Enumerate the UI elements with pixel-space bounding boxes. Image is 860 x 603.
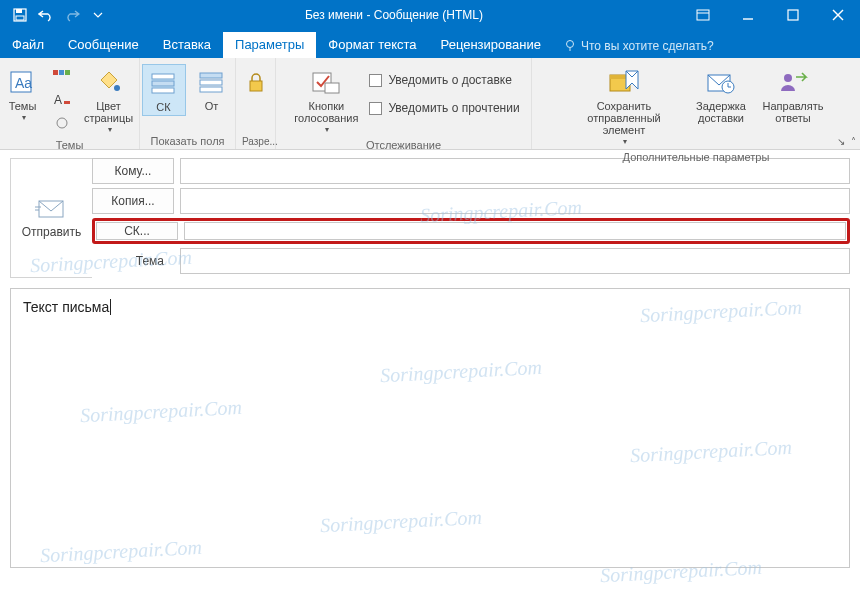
send-icon	[35, 197, 69, 219]
group-tracking-label: Отслеживание	[282, 137, 525, 153]
title-bar: Без имени - Сообщение (HTML)	[0, 0, 860, 30]
save-icon[interactable]	[10, 5, 30, 25]
direct-replies-button[interactable]: Направлять ответы	[758, 64, 828, 126]
minimize-icon[interactable]	[725, 0, 770, 30]
direct-replies-label: Направлять ответы	[760, 100, 826, 124]
window-title: Без имени - Сообщение (HTML)	[108, 8, 680, 22]
checkbox-icon	[369, 102, 382, 115]
bcc-toggle-button[interactable]: СК	[142, 64, 186, 116]
subject-row: Тема	[92, 248, 850, 274]
tab-options[interactable]: Параметры	[223, 32, 316, 58]
svg-rect-6	[788, 10, 798, 20]
checkbox-icon	[369, 74, 382, 87]
save-sent-label: Сохранить отправленный элемент	[566, 100, 682, 136]
from-toggle-label: От	[205, 100, 219, 112]
body-text: Текст письма	[23, 299, 111, 315]
subject-input[interactable]	[180, 248, 850, 274]
tab-review[interactable]: Рецензирование	[429, 32, 553, 58]
themes-label: Темы	[9, 100, 37, 112]
close-icon[interactable]	[815, 0, 860, 30]
delivery-receipt-checkbox[interactable]: Уведомить о доставке	[369, 70, 519, 90]
direct-replies-icon	[777, 66, 809, 98]
group-permissions: Разре...	[236, 58, 276, 149]
svg-rect-17	[64, 101, 70, 104]
svg-rect-2	[16, 16, 24, 20]
dialog-launcher-icon[interactable]: ↘	[837, 136, 845, 147]
group-permissions-label: Разре...	[242, 134, 269, 149]
tab-file[interactable]: Файл	[0, 32, 56, 58]
page-color-icon	[93, 66, 125, 98]
ribbon-display-icon[interactable]	[680, 0, 725, 30]
themes-button[interactable]: Aa Темы▾	[1, 64, 45, 125]
page-color-button[interactable]: Цвет страницы▾	[79, 64, 139, 137]
svg-rect-13	[53, 70, 58, 75]
ribbon-tabs: Файл Сообщение Вставка Параметры Формат …	[0, 30, 860, 58]
bcc-highlight: СК...	[92, 218, 850, 244]
theme-effects-icon[interactable]	[49, 112, 75, 134]
delay-delivery-icon	[705, 66, 737, 98]
group-show-fields: СК От Показать поля	[140, 58, 236, 149]
permissions-button[interactable]	[241, 64, 271, 100]
svg-rect-14	[59, 70, 64, 75]
from-toggle-icon	[196, 66, 228, 98]
tab-message[interactable]: Сообщение	[56, 32, 151, 58]
theme-colors-icon[interactable]	[49, 64, 75, 86]
subject-label: Тема	[92, 248, 174, 274]
bcc-button[interactable]: СК...	[96, 222, 178, 240]
svg-rect-15	[65, 70, 70, 75]
qat-dropdown-icon[interactable]	[88, 5, 108, 25]
ribbon: Aa Темы▾ A Цвет страницы▾ Темы	[0, 58, 860, 150]
page-color-label: Цвет страницы	[81, 100, 137, 124]
group-more-options-label: Дополнительные параметры	[538, 149, 854, 165]
tell-me-search[interactable]: Что вы хотите сделать?	[553, 34, 724, 58]
svg-rect-21	[152, 81, 174, 86]
lock-icon	[240, 66, 272, 98]
svg-point-19	[114, 85, 120, 91]
voting-label: Кнопки голосования	[289, 100, 363, 124]
save-sent-item-button[interactable]: Сохранить отправленный элемент▾	[564, 64, 684, 149]
from-toggle-button[interactable]: От	[190, 64, 234, 114]
tab-insert[interactable]: Вставка	[151, 32, 223, 58]
svg-point-35	[784, 74, 792, 82]
bcc-input[interactable]	[184, 222, 846, 240]
send-button[interactable]: Отправить	[10, 158, 92, 278]
voting-icon	[310, 66, 342, 98]
svg-rect-25	[200, 87, 222, 92]
svg-rect-28	[325, 83, 339, 93]
svg-rect-22	[152, 88, 174, 93]
tab-format[interactable]: Формат текста	[316, 32, 428, 58]
redo-icon[interactable]	[62, 5, 82, 25]
voting-buttons-button[interactable]: Кнопки голосования▾	[287, 64, 365, 137]
send-label: Отправить	[22, 225, 82, 239]
svg-rect-23	[200, 73, 222, 78]
theme-mini-buttons: A	[49, 64, 75, 134]
delivery-receipt-label: Уведомить о доставке	[388, 73, 511, 87]
group-tracking: Кнопки голосования▾ Уведомить о доставке…	[276, 58, 532, 149]
svg-rect-1	[16, 9, 22, 13]
cc-row: Копия...	[92, 188, 850, 214]
svg-text:Aa: Aa	[15, 75, 32, 91]
group-themes: Aa Темы▾ A Цвет страницы▾ Темы	[0, 58, 140, 149]
svg-text:A: A	[54, 93, 62, 106]
compose-header: Отправить Кому... Копия... СК... Тема	[0, 150, 860, 282]
collapse-ribbon-icon[interactable]: ˄	[851, 136, 856, 147]
group-themes-label: Темы	[6, 137, 133, 153]
svg-point-18	[57, 118, 67, 128]
save-sent-icon	[608, 66, 640, 98]
message-body[interactable]: Текст письма	[10, 288, 850, 568]
delay-delivery-label: Задержка доставки	[690, 100, 752, 124]
read-receipt-label: Уведомить о прочтении	[388, 101, 519, 115]
tell-me-label: Что вы хотите сделать?	[581, 39, 714, 53]
theme-fonts-icon[interactable]: A	[49, 88, 75, 110]
quick-access-toolbar	[0, 5, 108, 25]
ribbon-corner: ↘ ˄	[837, 136, 856, 147]
maximize-icon[interactable]	[770, 0, 815, 30]
group-show-fields-label: Показать поля	[146, 133, 229, 149]
read-receipt-checkbox[interactable]: Уведомить о прочтении	[369, 98, 519, 118]
to-button[interactable]: Кому...	[92, 158, 174, 184]
cc-input[interactable]	[180, 188, 850, 214]
themes-icon: Aa	[7, 66, 39, 98]
undo-icon[interactable]	[36, 5, 56, 25]
cc-button[interactable]: Копия...	[92, 188, 174, 214]
delay-delivery-button[interactable]: Задержка доставки	[688, 64, 754, 126]
